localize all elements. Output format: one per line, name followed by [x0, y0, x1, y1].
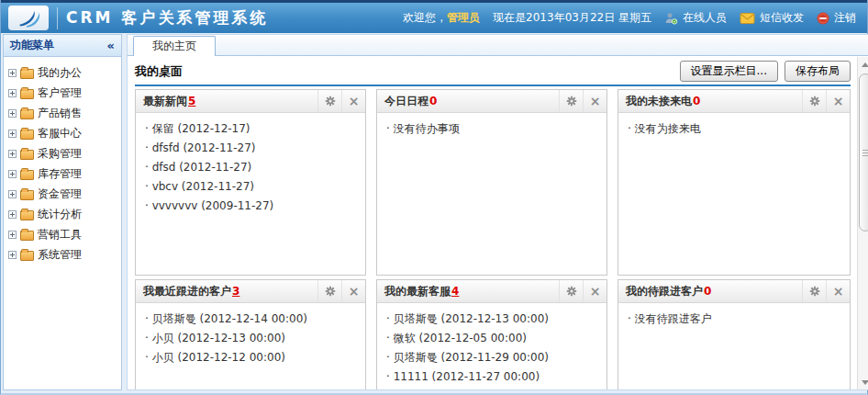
online-users-link[interactable]: 在线人员	[664, 10, 727, 26]
panel-header[interactable]: 我的最新客服4×	[377, 280, 606, 303]
panel-count-badge[interactable]: 5	[188, 95, 195, 107]
panel-6: 我的待跟进客户0×· 没有待跟进客户	[618, 279, 851, 389]
panel-title: 我的待跟进客户0	[626, 284, 711, 299]
username: 管理员	[447, 11, 480, 24]
panel-count-badge[interactable]: 3	[232, 285, 239, 298]
list-item[interactable]: · 小贝 (2012-12-13 00:00)	[145, 329, 356, 348]
page-title: 我的桌面	[135, 63, 183, 80]
set-display-columns-button[interactable]: 设置显示栏目...	[680, 61, 778, 82]
scrollbar-thumb[interactable]	[859, 73, 868, 231]
sidebar-item-3[interactable]: 产品销售	[8, 103, 121, 123]
header-buttons: 设置显示栏目...保存布局	[680, 61, 851, 82]
list-item[interactable]: · vvvvvvv (2009-11-27)	[145, 197, 356, 216]
sidebar-item-8[interactable]: 统计分析	[8, 204, 121, 224]
expand-icon[interactable]	[8, 251, 17, 259]
list-item[interactable]: · 没有为接来电	[628, 119, 840, 139]
save-layout-button[interactable]: 保存布局	[785, 61, 851, 82]
sidebar-item-9[interactable]: 营销工具	[8, 224, 121, 244]
triangle-down-icon	[862, 380, 868, 385]
panel-header[interactable]: 我最近跟进的客户3×	[136, 280, 365, 303]
sms-icon	[740, 13, 755, 24]
panel-header[interactable]: 我的未接来电0×	[618, 90, 850, 113]
sidebar-item-1[interactable]: 我的办公	[8, 62, 121, 83]
sidebar-item-10[interactable]: 系统管理	[8, 244, 121, 265]
collapse-sidebar-button[interactable]: «	[107, 39, 115, 52]
panel-close-icon[interactable]: ×	[826, 280, 850, 302]
panel-close-icon[interactable]: ×	[583, 90, 606, 112]
panel-close-icon[interactable]: ×	[583, 280, 606, 302]
logo-swoosh-icon	[15, 8, 42, 28]
expand-icon[interactable]	[8, 170, 17, 178]
scroll-up-arrow[interactable]	[858, 57, 868, 72]
list-item[interactable]: · vbcv (2012-11-27)	[145, 177, 356, 197]
panel-settings-icon[interactable]	[317, 280, 341, 302]
list-item[interactable]: · 没有待办事项	[386, 119, 597, 139]
panel-tools: ×	[802, 280, 850, 302]
panel-close-icon[interactable]: ×	[341, 280, 365, 302]
sidebar-item-7[interactable]: 资金管理	[8, 184, 121, 204]
expand-icon[interactable]	[8, 109, 17, 118]
sidebar-item-label: 营销工具	[38, 227, 82, 243]
expand-icon[interactable]	[8, 231, 17, 239]
list-item[interactable]: · 小贝 (2012-12-12 00:00)	[145, 348, 356, 367]
sidebar-item-6[interactable]: 库存管理	[8, 164, 121, 184]
list-item[interactable]: · 微软 (2012-12-05 00:00)	[386, 329, 597, 348]
vertical-scrollbar[interactable]	[857, 57, 868, 389]
panel-tools: ×	[317, 90, 365, 112]
panel-list: · 没有待跟进客户	[618, 303, 850, 329]
welcome-text: 欢迎您，管理员	[403, 10, 480, 26]
app-logo	[8, 6, 49, 30]
panel-settings-icon[interactable]	[559, 90, 583, 112]
triangle-up-icon	[862, 62, 868, 67]
panel-title-text: 我的最新客服	[384, 285, 451, 298]
panel-header[interactable]: 今日日程0×	[377, 90, 606, 113]
list-item[interactable]: · dfsd (2012-11-27)	[145, 158, 356, 177]
dashboard-panels: 最新新闻5×· 保留 (2012-12-17)· dfsfd (2012-11-…	[135, 89, 851, 389]
scrollbar-track[interactable]	[858, 72, 868, 375]
expand-icon[interactable]	[8, 190, 17, 198]
header-action-label: 注销	[834, 10, 856, 26]
sidebar-title: 功能菜单	[10, 38, 54, 53]
sidebar-item-5[interactable]: 采购管理	[8, 143, 121, 164]
list-item[interactable]: · 11111 (2012-11-27 00:00)	[386, 367, 597, 387]
logout-link[interactable]: 注销	[817, 10, 856, 26]
list-item[interactable]: · dfsfd (2012-11-27)	[145, 139, 356, 158]
list-item[interactable]: · 贝塔斯曼 (2012-12-14 00:00)	[145, 310, 356, 329]
tab-my-homepage[interactable]: 我的主页	[133, 36, 216, 56]
panel-close-icon[interactable]: ×	[826, 90, 850, 112]
panel-count-badge[interactable]: 4	[451, 285, 459, 298]
list-item[interactable]: · 保留 (2012-12-17)	[145, 119, 356, 139]
panel-list: · 没有待办事项	[377, 113, 606, 139]
panel-list: · 贝塔斯曼 (2012-12-14 00:00)· 小贝 (2012-12-1…	[136, 303, 365, 367]
sms-link[interactable]: 短信收发	[740, 10, 804, 26]
expand-icon[interactable]	[8, 89, 17, 97]
panel-settings-icon[interactable]	[802, 280, 826, 302]
panel-settings-icon[interactable]	[802, 90, 826, 112]
scroll-down-arrow[interactable]	[858, 375, 868, 389]
folder-icon	[20, 170, 34, 180]
panel-header[interactable]: 最新新闻5×	[136, 90, 365, 113]
panel-title: 我的最新客服4	[384, 284, 459, 299]
panel-list: · 没有为接来电	[618, 113, 850, 139]
panel-title-text: 我最近跟进的客户	[143, 285, 231, 298]
list-item[interactable]: · 贝塔斯曼 (2012-12-13 00:00)	[386, 310, 597, 329]
expand-icon[interactable]	[8, 69, 17, 77]
sidebar-item-4[interactable]: 客服中心	[8, 123, 121, 143]
panel-title: 最新新闻5	[143, 94, 195, 109]
panel-settings-icon[interactable]	[559, 280, 583, 302]
panel-close-icon[interactable]: ×	[341, 90, 365, 112]
expand-icon[interactable]	[8, 210, 17, 219]
panel-count-badge: 0	[704, 285, 711, 298]
panel-settings-icon[interactable]	[317, 90, 341, 112]
expand-icon[interactable]	[8, 150, 17, 158]
folder-icon	[20, 150, 34, 160]
header-action-label: 在线人员	[683, 10, 727, 26]
sidebar-item-2[interactable]: 客户管理	[8, 83, 121, 103]
panel-tools: ×	[802, 90, 850, 112]
panel-header[interactable]: 我的待跟进客户0×	[618, 280, 850, 303]
expand-icon[interactable]	[8, 130, 17, 138]
folder-icon	[20, 69, 34, 79]
panel-count-badge: 0	[429, 95, 437, 107]
list-item[interactable]: · 没有待跟进客户	[628, 310, 840, 329]
list-item[interactable]: · 贝塔斯曼 (2012-11-29 00:00)	[386, 348, 597, 367]
